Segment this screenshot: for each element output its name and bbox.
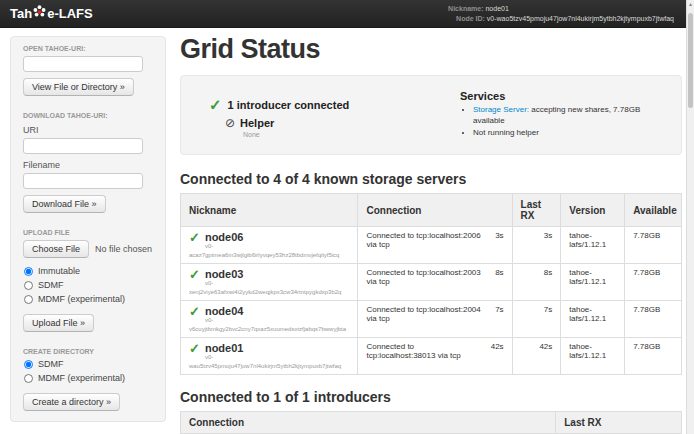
download-uri-label: DOWNLOAD TAHOE-URI: <box>23 112 153 119</box>
page-title: Grid Status <box>180 34 682 65</box>
open-uri-input[interactable] <box>23 56 143 72</box>
introducers-table: Connection Last RX ✓ Connected to tcp:lo… <box>180 411 682 434</box>
upload-group: UPLOAD FILE Choose File No file chosen I… <box>23 229 153 332</box>
node-nickname: node04 <box>205 305 244 317</box>
connection-cell: Connected to tcp:localhost:2004 via tcp … <box>358 301 512 338</box>
radio-mdmf[interactable] <box>24 295 33 304</box>
col-connection: Connection <box>181 412 556 434</box>
nickname-cell: ✓ node06 v0- acaz7gptmea6m3wjlgib6irlyvq… <box>181 227 358 264</box>
storage-servers-table: Nickname Connection Last RX Version Avai… <box>180 193 682 375</box>
download-uri-input[interactable] <box>23 138 143 154</box>
storage-table-header-row: Nickname Connection Last RX Version Avai… <box>181 194 682 227</box>
radio-row-immutable: Immutable <box>23 266 153 276</box>
radio-dir-mdmf-label: MDMF (experimental) <box>38 373 125 383</box>
last-rx-cell: 42s <box>512 338 561 375</box>
peerid-hash: wao5tzv45pmoju47jow7nl4ukirjm5ytbh2kjtym… <box>189 363 349 370</box>
table-row: ✓ node01 v0- wao5tzv45pmoju47jow7nl4ukir… <box>181 338 682 375</box>
radio-sdmf[interactable] <box>24 281 33 290</box>
scrollbar-thumb[interactable] <box>688 13 693 108</box>
create-directory-button[interactable]: Create a directory » <box>23 393 120 411</box>
open-uri-label: OPEN TAHOE-URI: <box>23 45 153 52</box>
download-file-button[interactable]: Download File » <box>23 195 106 213</box>
check-icon: ✓ <box>209 96 222 114</box>
helper-label: Helper <box>240 117 274 129</box>
tahoe-dots-icon <box>32 5 47 23</box>
radio-row-sdmf: SDMF <box>23 280 153 290</box>
node-nickname: node03 <box>205 268 244 280</box>
tahoe-lafs-logo: Tah e-LAFS <box>10 5 93 23</box>
last-rx-cell: 3s <box>512 227 561 264</box>
connection-text: Connected to tcp:localhost:2003 via tcp <box>366 268 489 286</box>
radio-dir-sdmf-label: SDMF <box>38 359 64 369</box>
available-cell: 7.78GB <box>625 301 682 338</box>
col-connection: Connection <box>358 194 512 227</box>
radio-row-dir-sdmf: SDMF <box>23 359 153 369</box>
available-cell: 7.78GB <box>625 227 682 264</box>
radio-row-mdmf: MDMF (experimental) <box>23 294 153 304</box>
create-directory-group: CREATE DIRECTORY SDMF MDMF (experimental… <box>23 348 153 411</box>
grid-status-well: ✓ 1 introducer connected ⊘ Helper None S… <box>180 75 682 155</box>
nickname-label: Nickname: <box>448 5 483 12</box>
services-panel: Services Storage Server: accepting new s… <box>460 88 665 144</box>
node-nickname: node01 <box>205 342 244 354</box>
introducers-header-row: Connection Last RX <box>181 412 682 434</box>
uri-field-label: URI <box>23 125 153 135</box>
download-group: DOWNLOAD TAHOE-URI: URI Filename Downloa… <box>23 112 153 213</box>
nickname-value: node01 <box>485 5 508 12</box>
vertical-scrollbar[interactable]: ▲ <box>686 0 694 434</box>
storage-server-link[interactable]: Storage Server: <box>473 105 529 114</box>
choose-file-button[interactable]: Choose File <box>23 240 89 258</box>
radio-row-dir-mdmf: MDMF (experimental) <box>23 373 153 383</box>
col-nickname: Nickname <box>181 194 358 227</box>
no-helper-icon: ⊘ <box>225 116 235 130</box>
logo-text-prefix: Tah <box>10 6 32 21</box>
filename-field-label: Filename <box>23 160 153 170</box>
sidebar: OPEN TAHOE-URI: View File or Directory »… <box>0 28 168 434</box>
upload-file-button[interactable]: Upload File » <box>23 314 94 332</box>
scrollbar-up-icon[interactable]: ▲ <box>687 1 694 7</box>
no-file-chosen-text: No file chosen <box>95 244 152 254</box>
peerid-hash: acaz7gptmea6m3wjlgib6irlyvqey53hz28tbdmv… <box>189 252 349 259</box>
available-cell: 7.78GB <box>625 264 682 301</box>
peerid-prefix: v0- <box>205 354 244 361</box>
peerid-prefix: v0- <box>205 243 244 250</box>
connection-age: 7s <box>495 305 503 314</box>
view-file-button[interactable]: View File or Directory » <box>23 78 134 96</box>
node-info: Nickname: node01 Node ID: v0-wao5tzv45pm… <box>448 4 678 24</box>
version-cell: tahoe-lafs/1.12.1 <box>561 338 625 375</box>
peerid-prefix: v0- <box>205 280 244 287</box>
version-cell: tahoe-lafs/1.12.1 <box>561 227 625 264</box>
check-icon: ✓ <box>189 231 200 244</box>
connection-age: 3s <box>495 231 503 240</box>
node-id-label: Node ID: <box>456 15 485 22</box>
radio-immutable[interactable] <box>24 267 33 276</box>
last-rx-cell: 8s <box>512 264 561 301</box>
services-title: Services <box>460 90 665 102</box>
radio-sdmf-label: SDMF <box>38 280 64 290</box>
nickname-cell: ✓ node01 v0- wao5tzv45pmoju47jow7nl4ukir… <box>181 338 358 375</box>
introducers-heading: Connected to 1 of 1 introducers <box>180 389 682 405</box>
introducer-status-text: 1 introducer connected <box>228 99 350 111</box>
filename-input[interactable] <box>23 173 143 189</box>
logo-text-suffix: e-LAFS <box>47 6 93 21</box>
create-directory-label: CREATE DIRECTORY <box>23 348 153 355</box>
table-row: ✓ node06 v0- acaz7gptmea6m3wjlgib6irlyvq… <box>181 227 682 264</box>
helper-status-line: ⊘ Helper <box>225 116 460 130</box>
service-helper-item: Not running helper <box>473 128 665 139</box>
node-nickname: node06 <box>205 231 244 243</box>
connection-age: 8s <box>495 268 503 277</box>
version-cell: tahoe-lafs/1.12.1 <box>561 264 625 301</box>
radio-dir-mdmf[interactable] <box>24 374 33 383</box>
col-version: Version <box>561 194 625 227</box>
table-row: ✓ node04 v0- v6cuyjtbmkgy2bvc2cny7qxaz5x… <box>181 301 682 338</box>
connection-age: 42s <box>491 342 504 351</box>
peerid-hash: v6cuyjtbmkgy2bvc2cny7qxaz5xuumedsxtzfjab… <box>189 326 349 333</box>
introducer-status-line: ✓ 1 introducer connected <box>209 96 460 114</box>
last-rx-cell: 7s <box>512 301 561 338</box>
connection-cell: Connected to tcp:localhost:2006 via tcp … <box>358 227 512 264</box>
connection-text: Connected to tcp:localhost:2006 via tcp <box>366 231 489 249</box>
check-icon: ✓ <box>189 342 200 355</box>
radio-dir-sdmf[interactable] <box>24 360 33 369</box>
check-icon: ✓ <box>189 268 200 281</box>
table-row: ✓ node03 v0- xenj2viye63afxwi4i2yykd2weq… <box>181 264 682 301</box>
